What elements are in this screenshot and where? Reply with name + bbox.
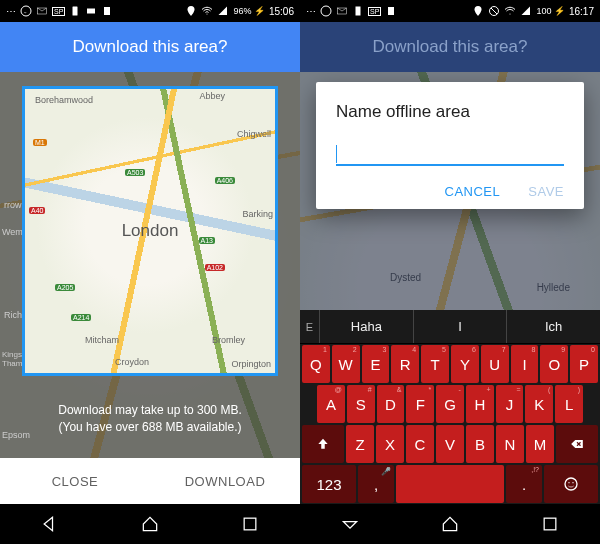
- download-caption: Download may take up to 300 MB. (You hav…: [0, 402, 300, 436]
- wifi-icon: [504, 5, 516, 17]
- key-comma[interactable]: ,🎤: [358, 465, 394, 503]
- key-f[interactable]: F*: [406, 385, 434, 423]
- key-backspace[interactable]: [556, 425, 598, 463]
- mail-icon: [36, 5, 48, 17]
- map-label: Abbey: [199, 91, 225, 101]
- status-bar: ⋯ SP 100 ⚡ 16:17: [300, 0, 600, 22]
- key-v[interactable]: V: [436, 425, 464, 463]
- sim-icon: [69, 5, 81, 17]
- key-n[interactable]: N: [496, 425, 524, 463]
- button-row: CLOSE DOWNLOAD: [0, 458, 300, 504]
- recent-icon[interactable]: [540, 514, 560, 534]
- back-down-icon[interactable]: [340, 514, 360, 534]
- status-bar: ⋯ SP 96% ⚡ 15:06: [0, 0, 300, 22]
- svg-rect-2: [73, 7, 78, 16]
- key-shift[interactable]: [302, 425, 344, 463]
- svg-point-13: [565, 478, 577, 490]
- key-d[interactable]: D&: [377, 385, 405, 423]
- key-q[interactable]: Q1: [302, 345, 330, 383]
- svg-point-5: [207, 14, 208, 15]
- phone-left: ⋯ SP 96% ⚡ 15:06 Download this area? rro…: [0, 0, 300, 544]
- key-z[interactable]: Z: [346, 425, 374, 463]
- suggestion[interactable]: I: [414, 310, 508, 343]
- key-y[interactable]: Y6: [451, 345, 479, 383]
- backspace-icon: [568, 437, 586, 451]
- nosync-icon: [488, 5, 500, 17]
- location-icon: [472, 5, 484, 17]
- ellipsis-icon: ⋯: [6, 6, 16, 17]
- key-space[interactable]: [396, 465, 504, 503]
- close-button[interactable]: CLOSE: [0, 458, 150, 504]
- sd-icon: [385, 5, 397, 17]
- clock: 16:17: [569, 6, 594, 17]
- svg-point-0: [21, 6, 31, 16]
- sd-icon: [101, 5, 113, 17]
- download-button[interactable]: DOWNLOAD: [150, 458, 300, 504]
- key-k[interactable]: K(: [525, 385, 553, 423]
- svg-rect-16: [544, 518, 556, 530]
- svg-rect-9: [356, 7, 361, 16]
- selection-box[interactable]: London Borehamwood Abbey Chigwell Barkin…: [22, 86, 278, 376]
- shift-icon: [316, 437, 330, 451]
- svg-point-15: [572, 482, 573, 483]
- battery-text: 96% ⚡: [233, 6, 265, 16]
- key-numbers[interactable]: 123: [302, 465, 356, 503]
- map-label: Croydon: [115, 357, 149, 367]
- road-badge: A205: [55, 284, 75, 291]
- map-label: rrow: [4, 200, 22, 210]
- road-badge: A102: [205, 264, 225, 271]
- suggestion[interactable]: Ich: [507, 310, 600, 343]
- road-badge: M1: [33, 139, 47, 146]
- key-o[interactable]: O9: [540, 345, 568, 383]
- name-dialog: Name offline area CANCEL SAVE: [316, 82, 584, 209]
- key-u[interactable]: U7: [481, 345, 509, 383]
- dialog-title: Name offline area: [336, 102, 564, 122]
- key-t[interactable]: T5: [421, 345, 449, 383]
- svg-rect-10: [388, 7, 394, 15]
- recent-icon[interactable]: [240, 514, 260, 534]
- nav-bar: [0, 504, 300, 544]
- map-label: Orpington: [231, 359, 271, 369]
- road-badge: A13: [199, 237, 215, 244]
- whatsapp-icon: [20, 5, 32, 17]
- suggestion[interactable]: Haha: [320, 310, 414, 343]
- map-label: Borehamwood: [35, 95, 93, 105]
- key-x[interactable]: X: [376, 425, 404, 463]
- key-a[interactable]: A@: [317, 385, 345, 423]
- key-w[interactable]: W2: [332, 345, 360, 383]
- road-badge: A214: [71, 314, 91, 321]
- home-icon[interactable]: [140, 514, 160, 534]
- map-label: Chigwell: [237, 129, 271, 139]
- svg-point-14: [568, 482, 569, 483]
- phone-right: ⋯ SP 100 ⚡ 16:17 Download this area? Dys…: [300, 0, 600, 544]
- dialog-content: Dysted Hyllede Name offline area CANCEL …: [300, 72, 600, 504]
- back-icon[interactable]: [40, 514, 60, 534]
- key-enter[interactable]: [544, 465, 598, 503]
- key-g[interactable]: G-: [436, 385, 464, 423]
- key-e[interactable]: E3: [362, 345, 390, 383]
- key-j[interactable]: J=: [496, 385, 524, 423]
- sp-badge: SP: [368, 7, 381, 16]
- key-m[interactable]: M: [526, 425, 554, 463]
- caption-line1: Download may take up to 300 MB.: [0, 402, 300, 419]
- road-badge: A406: [215, 177, 235, 184]
- clock: 15:06: [269, 6, 294, 17]
- key-l[interactable]: L): [555, 385, 583, 423]
- suggestion[interactable]: E: [300, 310, 320, 343]
- header-title: Download this area?: [300, 22, 600, 72]
- key-h[interactable]: H+: [466, 385, 494, 423]
- cancel-button[interactable]: CANCEL: [445, 184, 501, 199]
- name-input[interactable]: [336, 144, 564, 166]
- save-button[interactable]: SAVE: [528, 184, 564, 199]
- key-p[interactable]: P0: [570, 345, 598, 383]
- key-c[interactable]: C: [406, 425, 434, 463]
- text-cursor: [336, 145, 337, 163]
- mail-icon: [336, 5, 348, 17]
- mic-icon: 🎤: [381, 467, 391, 476]
- home-icon[interactable]: [440, 514, 460, 534]
- key-s[interactable]: S#: [347, 385, 375, 423]
- key-period[interactable]: .,!?: [506, 465, 542, 503]
- key-r[interactable]: R4: [391, 345, 419, 383]
- key-i[interactable]: I8: [511, 345, 539, 383]
- key-b[interactable]: B: [466, 425, 494, 463]
